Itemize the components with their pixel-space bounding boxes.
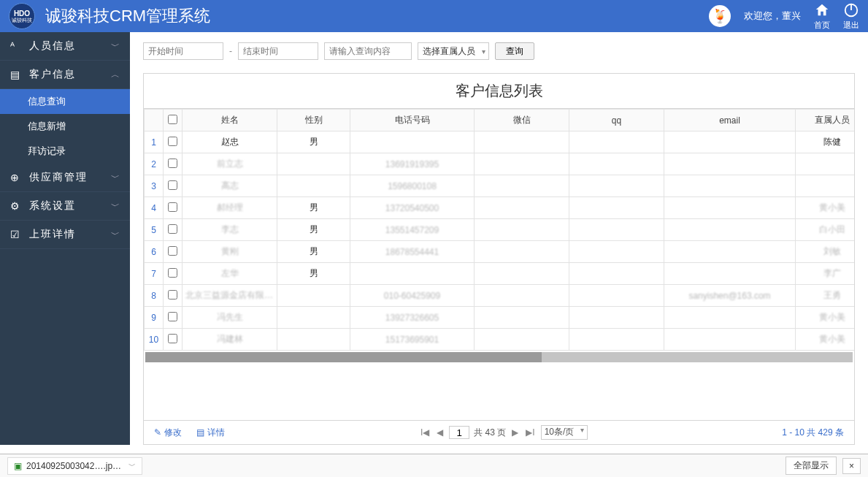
per-page-select[interactable]: 10条/页 (541, 425, 588, 440)
cell-checkbox (164, 241, 183, 263)
table-row[interactable]: 2前立志13691919395 (145, 153, 855, 175)
sidebar-item-work[interactable]: ☑ 上班详情 ﹀ (0, 221, 130, 249)
search-input[interactable] (324, 42, 412, 60)
sidebar-item-settings[interactable]: ⚙ 系统设置 ﹀ (0, 192, 130, 221)
cell-email (664, 175, 796, 197)
table-row[interactable]: 5李志男13551457209白小田 (145, 219, 855, 241)
owner-select[interactable]: 选择直属人员 (418, 42, 489, 60)
table-row[interactable]: 3高志1596800108 (145, 175, 855, 197)
logo-text-bottom: 诚骏科技 (12, 18, 32, 23)
col-header-wechat: 微信 (475, 110, 569, 131)
row-checkbox[interactable] (168, 268, 177, 278)
sidebar-sub-item-query[interactable]: 信息查询 (0, 89, 130, 114)
detail-button[interactable]: ▤ 详情 (196, 427, 225, 439)
table-row[interactable]: 4郝经理男13720540500黄小美 (145, 197, 855, 219)
cell-phone (350, 131, 475, 153)
cell-checkbox (164, 285, 183, 307)
col-header-qq: qq (569, 110, 664, 131)
sidebar-item-personnel[interactable]: ᴬ 人员信息 ﹀ (0, 32, 130, 61)
end-date-input[interactable] (238, 42, 318, 60)
chevron-down-icon: ﹀ (111, 200, 120, 213)
date-separator: - (229, 46, 232, 56)
cell-qq (569, 241, 664, 263)
row-checkbox[interactable] (168, 246, 177, 256)
table-row[interactable]: 10冯建林15173695901黄小美 (145, 329, 855, 351)
cell-qq (569, 197, 664, 219)
pager-next-button[interactable]: ▶ (510, 427, 520, 438)
col-header-owner: 直属人员 (796, 110, 855, 131)
logo: HDO 诚骏科技 (9, 3, 35, 29)
download-item[interactable]: ▣ 20140925003042….jp… ﹀ (7, 457, 142, 475)
cell-owner: 刘敏 (796, 241, 855, 263)
row-checkbox[interactable] (168, 334, 177, 343)
cell-email: sanyishen@163.com (664, 285, 796, 307)
pager-total-label: 共 43 页 (474, 427, 506, 439)
pager-current-input[interactable] (449, 426, 469, 439)
row-checkbox[interactable] (168, 312, 177, 321)
sidebar-sub-item-add[interactable]: 信息新增 (0, 114, 130, 139)
row-checkbox[interactable] (168, 137, 177, 146)
sidebar-sub-item-visit[interactable]: 拜访记录 (0, 139, 130, 164)
close-button[interactable]: × (842, 458, 861, 474)
cell-email (664, 263, 796, 285)
image-file-icon: ▣ (14, 461, 22, 471)
table-wrap: 姓名 性别 电话号码 微信 qq email 直属人员 1赵忠男陈健2前立志13… (144, 109, 854, 420)
cell-wechat (475, 219, 569, 241)
cell-idx: 6 (145, 241, 164, 263)
query-button[interactable]: 查询 (495, 42, 534, 60)
table-row[interactable]: 8北京三益源金店有限公…010-60425909sanyishen@163.co… (145, 285, 855, 307)
select-all-checkbox[interactable] (168, 115, 177, 124)
cell-phone: 13720540500 (350, 197, 475, 219)
table-header-row: 姓名 性别 电话号码 微信 qq email 直属人员 (145, 110, 855, 131)
table-row[interactable]: 9冯先生13927326605黄小美 (145, 307, 855, 329)
cell-name: 赵忠 (183, 131, 277, 153)
avatar: 🍹 (709, 5, 731, 27)
cell-owner: 陈健 (796, 131, 855, 153)
table-row[interactable]: 1赵忠男陈健 (145, 131, 855, 153)
chart-icon: ☑ (10, 229, 22, 240)
cell-email (664, 307, 796, 329)
row-checkbox[interactable] (168, 224, 177, 234)
table-row[interactable]: 6黄刚男18678554441刘敏 (145, 241, 855, 263)
cell-checkbox (164, 197, 183, 219)
pager-last-button[interactable]: ▶I (524, 427, 536, 438)
data-panel: 客户信息列表 姓名 性别 电话号码 微信 qq email 直属 (143, 73, 855, 445)
start-date-input[interactable] (143, 42, 223, 60)
sidebar: ᴬ 人员信息 ﹀ ▤ 客户信息 ︿ 信息查询 信息新增 拜访记录 ⊕ 供应商管理… (0, 32, 130, 445)
row-checkbox[interactable] (168, 290, 177, 299)
cell-checkbox (164, 329, 183, 351)
edit-button[interactable]: ✎ 修改 (154, 427, 182, 439)
cell-idx: 9 (145, 307, 164, 329)
table-row[interactable]: 7左华男李广 (145, 263, 855, 285)
row-checkbox[interactable] (168, 180, 177, 190)
cell-name: 左华 (183, 263, 277, 285)
cell-wechat (475, 329, 569, 351)
cell-owner: 李广 (796, 263, 855, 285)
cell-email (664, 329, 796, 351)
chevron-down-icon: ﹀ (111, 40, 120, 53)
pager-prev-button[interactable]: ◀ (435, 427, 445, 438)
row-checkbox[interactable] (168, 202, 177, 212)
row-checkbox[interactable] (168, 159, 177, 168)
home-button[interactable]: 首页 (814, 2, 830, 31)
cell-name: 冯先生 (183, 307, 277, 329)
sidebar-item-supplier[interactable]: ⊕ 供应商管理 ﹀ (0, 164, 130, 192)
cell-phone: 15173695901 (350, 329, 475, 351)
cell-name: 李志 (183, 219, 277, 241)
sidebar-item-customer[interactable]: ▤ 客户信息 ︿ (0, 61, 130, 89)
col-header-idx (145, 110, 164, 131)
cell-gender: 男 (277, 131, 350, 153)
cell-gender: 男 (277, 241, 350, 263)
cell-wechat (475, 131, 569, 153)
show-all-button[interactable]: 全部显示 (786, 457, 837, 475)
horizontal-scrollbar[interactable] (145, 352, 853, 362)
cell-name: 北京三益源金店有限公… (183, 285, 277, 307)
cell-email (664, 197, 796, 219)
power-icon (843, 2, 859, 18)
pager-first-button[interactable]: I◀ (419, 427, 431, 438)
logout-button[interactable]: 退出 (843, 2, 859, 31)
cell-wechat (475, 175, 569, 197)
col-header-phone: 电话号码 (350, 110, 475, 131)
customer-table: 姓名 性别 电话号码 微信 qq email 直属人员 1赵忠男陈健2前立志13… (144, 109, 854, 351)
scrollbar-thumb[interactable] (145, 352, 542, 362)
